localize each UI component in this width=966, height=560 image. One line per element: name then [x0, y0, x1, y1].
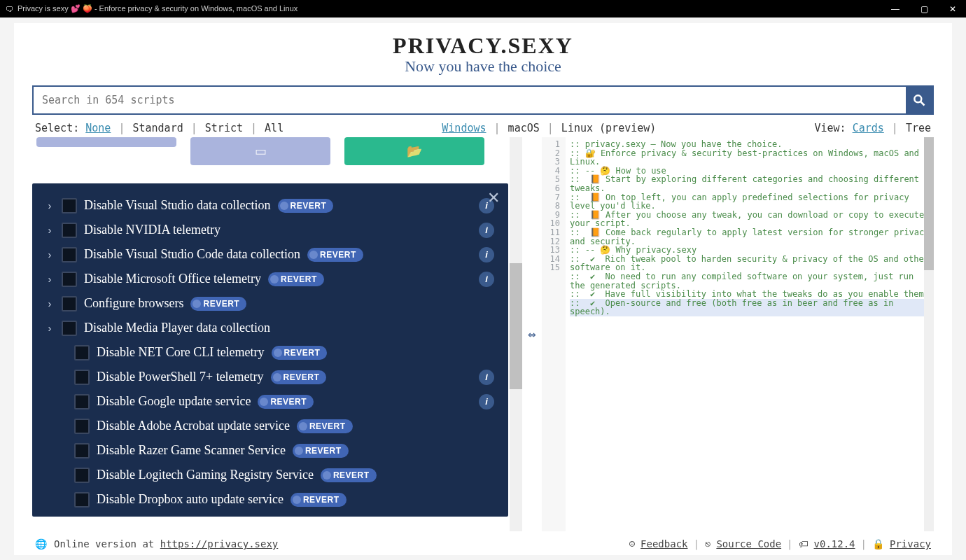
script-tree: ›Disable Visual Studio data collectionRE…: [32, 183, 508, 517]
checkbox[interactable]: [62, 296, 77, 312]
code-line: :: 📙 Start by exploring different catego…: [570, 175, 934, 192]
scripts-popover: ✕ ›Disable Visual Studio data collection…: [32, 183, 508, 517]
checkbox[interactable]: [62, 198, 77, 214]
search-icon: [912, 93, 926, 107]
option-none[interactable]: None: [85, 122, 111, 134]
close-window-button[interactable]: ✕: [945, 4, 960, 14]
close-popover-button[interactable]: ✕: [487, 189, 500, 207]
v--icon: 🏷: [799, 538, 808, 550]
resize-horizontal-icon: ⇔: [528, 329, 536, 340]
checkbox[interactable]: [62, 223, 77, 238]
source-code-icon: ⎋: [705, 538, 710, 550]
info-icon[interactable]: i: [479, 223, 494, 238]
tree-item-label[interactable]: Disable Razer Game Scanner Service: [97, 443, 286, 458]
tree-item-label[interactable]: Configure browsers: [84, 296, 183, 311]
checkbox[interactable]: [74, 419, 90, 434]
info-icon[interactable]: i: [479, 272, 494, 287]
category-card[interactable]: [36, 137, 176, 147]
revert-toggle[interactable]: REVERT: [290, 493, 346, 507]
info-icon[interactable]: i: [479, 370, 494, 385]
option-windows[interactable]: Windows: [442, 122, 486, 134]
tree-row: ›Disable NET Core CLI telemetryREVERT: [45, 340, 494, 365]
chevron-right-icon[interactable]: ›: [45, 298, 55, 309]
tree-row: ›Disable PowerShell 7+ telemetryREVERTi: [45, 365, 494, 389]
footer-link-feedback[interactable]: Feedback: [640, 538, 687, 550]
revert-toggle[interactable]: REVERT: [268, 272, 324, 286]
right-scrollbar[interactable]: [924, 137, 934, 531]
tree-row: ›Disable Visual Studio data collectionRE…: [45, 193, 494, 218]
tree-item-label[interactable]: Disable NET Core CLI telemetry: [97, 345, 265, 360]
tree-row: ›Disable Razer Game Scanner ServiceREVER…: [45, 438, 494, 463]
revert-toggle[interactable]: REVERT: [321, 468, 377, 482]
revert-toggle[interactable]: REVERT: [293, 444, 349, 458]
chevron-right-icon[interactable]: ›: [45, 248, 55, 260]
revert-toggle[interactable]: REVERT: [307, 248, 363, 262]
tree-item-label[interactable]: Disable NVIDIA telemetry: [84, 223, 220, 237]
checkbox[interactable]: [74, 468, 90, 483]
revert-toggle[interactable]: REVERT: [297, 419, 353, 433]
online-link[interactable]: https://privacy.sexy: [160, 538, 279, 550]
option-strict[interactable]: Strict: [205, 122, 243, 134]
code-line: :: ✔ Rich tweak pool to harden security …: [570, 255, 934, 272]
footer-link-v-[interactable]: v0.12.4: [814, 538, 855, 550]
os-tabs: Windows | macOS | Linux (preview): [442, 122, 656, 134]
tree-item-label[interactable]: Disable Visual Studio Code data collecti…: [84, 247, 300, 262]
checkbox[interactable]: [74, 492, 90, 507]
category-card[interactable]: ▭: [190, 137, 330, 165]
option-standard[interactable]: Standard: [132, 122, 183, 134]
option-cards[interactable]: Cards: [853, 122, 884, 134]
code-line: :: ✔ Open-source and free (both free as …: [570, 299, 934, 316]
search-button[interactable]: [906, 87, 932, 113]
option-tree[interactable]: Tree: [906, 122, 931, 134]
minimize-button[interactable]: —: [887, 4, 904, 14]
brand-title: PRIVACY.SEXY: [14, 33, 952, 59]
chevron-right-icon[interactable]: ›: [45, 322, 55, 334]
revert-toggle[interactable]: REVERT: [272, 346, 328, 360]
checkbox[interactable]: [74, 394, 90, 410]
script-pane: 123456789101112131415 :: privacy.sexy — …: [542, 137, 934, 531]
info-icon[interactable]: i: [479, 247, 494, 262]
code-body[interactable]: :: privacy.sexy — Now you have the choic…: [566, 137, 934, 531]
chevron-right-icon[interactable]: ›: [45, 273, 55, 285]
checkbox[interactable]: [74, 345, 90, 360]
tree-item-label[interactable]: Disable Media Player data collection: [84, 321, 270, 335]
tree-item-label[interactable]: Disable Dropbox auto update service: [97, 492, 284, 507]
revert-toggle[interactable]: REVERT: [190, 297, 246, 311]
left-scrollbar[interactable]: [510, 137, 522, 531]
tree-item-label[interactable]: Disable Google update service: [97, 394, 251, 409]
footer-link-privacy[interactable]: Privacy: [890, 538, 931, 550]
folder-open-icon: 📂: [407, 144, 422, 159]
checkbox[interactable]: [62, 321, 77, 336]
revert-toggle[interactable]: REVERT: [278, 199, 334, 213]
maximize-button[interactable]: ▢: [916, 4, 932, 14]
tree-row: ›Disable NVIDIA telemetryi: [45, 218, 494, 242]
checkbox[interactable]: [62, 247, 77, 262]
code-line: :: 📙 Come back regularly to apply latest…: [570, 228, 934, 246]
tree-row: ›Disable Visual Studio Code data collect…: [45, 242, 494, 267]
chevron-right-icon[interactable]: ›: [45, 224, 55, 236]
category-card-active[interactable]: 📂: [344, 137, 484, 165]
search-input[interactable]: [34, 87, 906, 113]
info-icon[interactable]: i: [479, 394, 494, 410]
tree-item-label[interactable]: Disable Logitech Gaming Registry Service: [97, 468, 314, 482]
option-all[interactable]: All: [265, 122, 284, 134]
pane-splitter[interactable]: ⇔: [522, 137, 542, 531]
option-linux-preview-[interactable]: Linux (preview): [561, 122, 656, 134]
tree-item-label[interactable]: Disable PowerShell 7+ telemetry: [97, 370, 264, 384]
scrollbar-thumb[interactable]: [924, 137, 934, 270]
checkbox[interactable]: [74, 443, 90, 458]
revert-toggle[interactable]: REVERT: [258, 395, 314, 409]
globe-icon: 🌐: [35, 538, 47, 550]
chevron-right-icon[interactable]: ›: [45, 200, 55, 211]
checkbox[interactable]: [74, 370, 90, 385]
search-box: [32, 85, 934, 115]
footer-link-source-code[interactable]: Source Code: [716, 538, 781, 550]
option-macos[interactable]: macOS: [508, 122, 540, 134]
scrollbar-thumb[interactable]: [510, 263, 522, 389]
revert-toggle[interactable]: REVERT: [271, 370, 327, 384]
tree-item-label[interactable]: Disable Microsoft Office telemetry: [84, 272, 261, 286]
tree-item-label[interactable]: Disable Visual Studio data collection: [84, 198, 271, 213]
code-line: :: ✔ No need to run any compiled softwar…: [570, 272, 934, 290]
tree-item-label[interactable]: Disable Adobe Acrobat update service: [97, 419, 290, 433]
checkbox[interactable]: [62, 272, 77, 287]
